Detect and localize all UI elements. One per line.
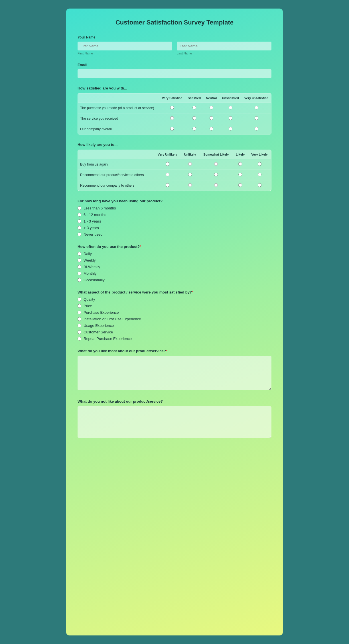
your-name-section: Your Name First Name Last Name xyxy=(78,35,271,55)
satisfaction-row2-col2-radio[interactable] xyxy=(192,127,196,131)
aspect-radio-6[interactable] xyxy=(78,337,81,341)
likelihood-row0-col4-radio[interactable] xyxy=(238,162,242,166)
required-marker: * xyxy=(140,245,141,249)
form-container: Customer Satisfaction Survey Template Yo… xyxy=(66,9,283,635)
last-name-input[interactable] xyxy=(177,42,271,50)
satisfaction-row1-col5-radio[interactable] xyxy=(255,116,258,120)
email-input[interactable] xyxy=(78,69,271,78)
likelihood-section: How likely are you to... Very Unlikely U… xyxy=(78,142,271,191)
likelihood-row0-col2-radio[interactable] xyxy=(188,162,192,166)
satisfaction-row1-col1-radio[interactable] xyxy=(170,116,174,120)
frequency-radio-1[interactable] xyxy=(78,258,81,262)
duration-radio-0[interactable] xyxy=(78,206,81,210)
list-item[interactable]: Bi-Weekly xyxy=(78,265,271,269)
satisfaction-row0-col2-radio[interactable] xyxy=(192,106,196,109)
first-name-input[interactable] xyxy=(78,42,172,50)
aspect-radio-2[interactable] xyxy=(78,311,81,314)
list-item[interactable]: Occasionally xyxy=(78,278,271,282)
satisfaction-row-1-label: The service you received xyxy=(78,113,159,124)
list-item[interactable]: Usage Experience xyxy=(78,323,271,328)
likelihood-row1-col2-radio[interactable] xyxy=(188,173,192,176)
satisfaction-table: Very Satisfied Satisfied Neutral Unsatis… xyxy=(78,93,271,134)
frequency-radio-3[interactable] xyxy=(78,272,81,275)
duration-option-4: Never used xyxy=(84,232,102,237)
satisfaction-row2-col4-radio[interactable] xyxy=(229,127,232,131)
satisfaction-col-0 xyxy=(78,93,159,103)
likelihood-row1-col3-radio[interactable] xyxy=(214,173,218,176)
frequency-radio-2[interactable] xyxy=(78,265,81,269)
likelihood-row2-col5-radio[interactable] xyxy=(258,183,261,187)
frequency-radio-4[interactable] xyxy=(78,278,81,282)
satisfaction-row2-col1-radio[interactable] xyxy=(170,127,174,131)
satisfaction-header-row: Very Satisfied Satisfied Neutral Unsatis… xyxy=(78,93,271,103)
satisfaction-row1-col3-radio[interactable] xyxy=(210,116,213,120)
required-marker3: * xyxy=(166,349,167,353)
satisfaction-row1-col2-radio[interactable] xyxy=(192,116,196,120)
likelihood-row0-col3-radio[interactable] xyxy=(214,162,218,166)
likelihood-row2-col1-radio[interactable] xyxy=(166,183,169,187)
aspect-option-2: Purchase Experience xyxy=(84,310,119,315)
list-item[interactable]: Price xyxy=(78,304,271,308)
satisfaction-row0-col4-radio[interactable] xyxy=(229,106,232,109)
duration-section: For how long have you been using our pro… xyxy=(78,199,271,237)
like-most-textarea[interactable] xyxy=(78,356,271,390)
table-row: Recommend our product/service to others xyxy=(78,170,271,180)
duration-radio-3[interactable] xyxy=(78,226,81,230)
dislike-textarea[interactable] xyxy=(78,406,271,438)
list-item[interactable]: Daily xyxy=(78,252,271,256)
aspect-option-3: Installation or First Use Experience xyxy=(84,317,141,321)
likelihood-row2-col3-radio[interactable] xyxy=(214,183,218,187)
likelihood-row1-col5-radio[interactable] xyxy=(258,173,261,176)
list-item[interactable]: Quality xyxy=(78,297,271,301)
list-item[interactable]: 6 - 12 months xyxy=(78,213,271,217)
likelihood-row-2-label: Recommend our company to others xyxy=(78,180,154,191)
list-item[interactable]: Customer Service xyxy=(78,330,271,334)
name-row: First Name Last Name xyxy=(78,42,271,55)
list-item[interactable]: Installation or First Use Experience xyxy=(78,317,271,321)
duration-option-0: Less than 6 months xyxy=(84,206,116,210)
aspect-radio-4[interactable] xyxy=(78,324,81,327)
table-row: The service you received xyxy=(78,113,271,124)
likelihood-row2-col4-radio[interactable] xyxy=(238,183,242,187)
likelihood-row0-col1-radio[interactable] xyxy=(166,162,169,166)
list-item[interactable]: Monthly xyxy=(78,271,271,276)
satisfaction-col-3: Neutral xyxy=(203,93,219,103)
frequency-option-2: Bi-Weekly xyxy=(84,265,100,269)
satisfaction-row2-col5-radio[interactable] xyxy=(255,127,258,131)
satisfaction-row0-col3-radio[interactable] xyxy=(210,106,213,109)
list-item[interactable]: Weekly xyxy=(78,258,271,262)
list-item[interactable]: Less than 6 months xyxy=(78,206,271,210)
likelihood-row2-col2-radio[interactable] xyxy=(188,183,192,187)
satisfaction-row0-col1-radio[interactable] xyxy=(170,106,174,109)
likelihood-row1-col1-radio[interactable] xyxy=(166,173,169,176)
email-section: Email xyxy=(78,63,271,78)
duration-radio-4[interactable] xyxy=(78,233,81,236)
duration-radio-1[interactable] xyxy=(78,213,81,217)
likelihood-row-1-label: Recommend our product/service to others xyxy=(78,170,154,180)
duration-radio-2[interactable] xyxy=(78,219,81,223)
satisfaction-col-1: Very Satisfied xyxy=(159,93,185,103)
table-row: Buy from us again xyxy=(78,159,271,170)
list-item[interactable]: Never used xyxy=(78,232,271,237)
last-name-col: Last Name xyxy=(177,42,271,55)
like-most-section: What do you like most about our product/… xyxy=(78,349,271,391)
satisfaction-row1-col4-radio[interactable] xyxy=(229,116,232,120)
first-name-label: First Name xyxy=(78,52,172,55)
aspect-radio-1[interactable] xyxy=(78,304,81,308)
duration-option-2: 1 - 3 years xyxy=(84,219,101,223)
likelihood-row1-col4-radio[interactable] xyxy=(238,173,242,176)
list-item[interactable]: Purchase Experience xyxy=(78,310,271,315)
list-item[interactable]: > 3 years xyxy=(78,226,271,230)
list-item[interactable]: Repeat Purchase Experience xyxy=(78,337,271,341)
aspect-radio-0[interactable] xyxy=(78,297,81,301)
likelihood-col-5: Very Likely xyxy=(248,150,271,159)
table-row: Recommend our company to others xyxy=(78,180,271,191)
satisfaction-row2-col3-radio[interactable] xyxy=(210,127,213,131)
satisfaction-row0-col5-radio[interactable] xyxy=(255,106,258,109)
list-item[interactable]: 1 - 3 years xyxy=(78,219,271,223)
likelihood-col-2: Unlikely xyxy=(181,150,199,159)
frequency-radio-0[interactable] xyxy=(78,252,81,256)
aspect-radio-5[interactable] xyxy=(78,330,81,334)
aspect-radio-3[interactable] xyxy=(78,317,81,321)
likelihood-row0-col5-radio[interactable] xyxy=(258,162,261,166)
